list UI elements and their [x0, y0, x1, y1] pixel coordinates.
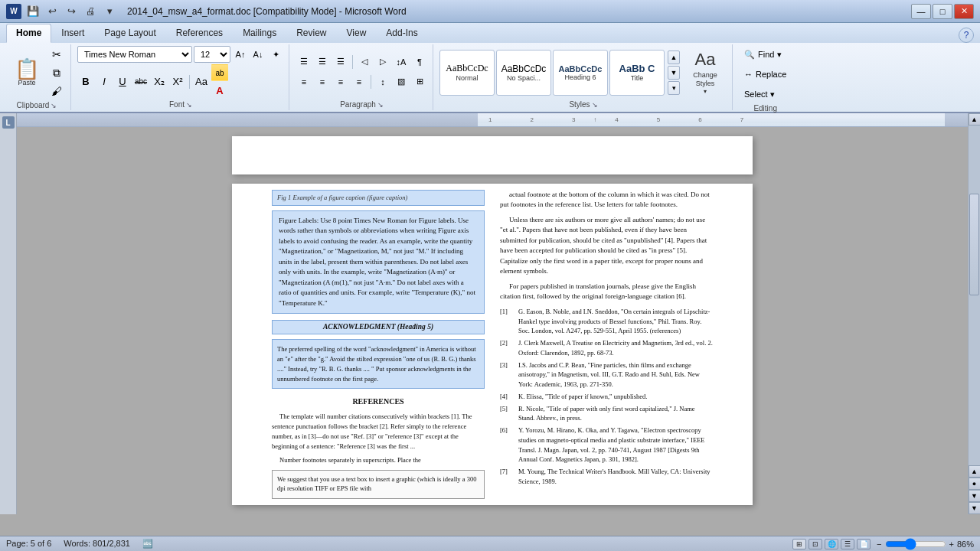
increase-indent-button[interactable]: ▷: [374, 54, 391, 70]
ribbon-tab-bar: Home Insert Page Layout References Maili…: [0, 23, 980, 43]
font-name-select[interactable]: Times New Roman: [77, 46, 192, 63]
line-spacing-button[interactable]: ↕: [374, 73, 391, 90]
document-scroll-area[interactable]: 1 2 3 ↑ 4 5 6 7: [17, 113, 968, 514]
decrease-font-size-button[interactable]: A↓: [250, 46, 266, 63]
change-styles-button[interactable]: Aa ChangeStyles ▾: [683, 50, 727, 96]
scroll-down-button[interactable]: ▼: [969, 502, 981, 514]
zoom-slider[interactable]: [885, 540, 946, 548]
style-heading6-name: Heading 6: [564, 73, 596, 81]
change-case-button[interactable]: Aa: [193, 73, 210, 90]
ref-num-4: [4]: [500, 392, 515, 402]
full-screen-view-btn[interactable]: ⊡: [808, 539, 822, 549]
justify-button[interactable]: ≡: [351, 73, 368, 90]
tab-insert[interactable]: Insert: [51, 24, 94, 43]
borders-button[interactable]: ⊞: [411, 73, 428, 90]
style-no-spacing[interactable]: AaBbCcDc No Spaci...: [496, 50, 551, 96]
replace-button[interactable]: ↔ Replace: [739, 66, 792, 83]
textbox-text: We suggest that you use a text box to in…: [277, 475, 476, 492]
tab-view[interactable]: View: [337, 24, 377, 43]
bold-button[interactable]: B: [77, 73, 94, 90]
help-button[interactable]: ?: [959, 28, 974, 43]
format-painter-button[interactable]: 🖌: [47, 83, 66, 99]
find-button[interactable]: 🔍 Find ▾: [739, 46, 787, 63]
print-quick-btn[interactable]: 🖨: [82, 4, 99, 19]
tab-page-layout[interactable]: Page Layout: [94, 24, 165, 43]
ref-item-1: [1] G. Eason, B. Noble, and I.N. Sneddon…: [500, 307, 713, 336]
ruler: 1 2 3 ↑ 4 5 6 7: [17, 113, 968, 127]
clipboard-label: Clipboard: [17, 101, 50, 109]
highlight-button[interactable]: ab: [211, 64, 228, 81]
customize-quick-btn[interactable]: ▾: [101, 4, 118, 19]
decrease-indent-button[interactable]: ◁: [356, 54, 373, 70]
superscript-button[interactable]: X²: [169, 73, 186, 90]
clear-format-button[interactable]: ✦: [267, 46, 284, 63]
align-left-button[interactable]: ≡: [296, 73, 312, 90]
scroll-track[interactable]: [969, 126, 980, 465]
close-button[interactable]: ✕: [954, 4, 974, 19]
minimize-button[interactable]: —: [911, 4, 931, 19]
references-para2: Number footnotes separately in superscri…: [272, 455, 485, 465]
multilevel-button[interactable]: ☰: [332, 54, 349, 70]
scroll-up-button[interactable]: ▲: [969, 113, 981, 126]
paste-button[interactable]: 📋 Paste: [8, 53, 46, 93]
underline-button[interactable]: U: [114, 73, 131, 90]
styles-scroll-down[interactable]: ▼: [668, 66, 680, 80]
styles-scroll-more[interactable]: ▾: [668, 81, 680, 95]
align-center-button[interactable]: ≡: [314, 73, 331, 90]
right-para2: Unless there are six authors or more giv…: [500, 215, 713, 277]
style-title[interactable]: AaBb C Title: [609, 50, 665, 96]
font-expand[interactable]: ↘: [186, 101, 192, 109]
shading-button[interactable]: ▧: [393, 73, 410, 90]
scroll-next-page-button[interactable]: ▼: [969, 490, 981, 502]
ribbon: 📋 Paste ✂ ⧉ 🖌 Clipboard ↘: [0, 43, 980, 113]
tab-references[interactable]: References: [166, 24, 233, 43]
clipboard-expand[interactable]: ↘: [51, 102, 57, 109]
ref-item-3: [3] I.S. Jacobs and C.P. Bean, "Fine par…: [500, 360, 713, 390]
italic-button[interactable]: I: [96, 73, 113, 90]
tab-review[interactable]: Review: [286, 24, 336, 43]
main-page[interactable]: Fig 1 Example of a figure caption (figur…: [232, 184, 753, 505]
select-button[interactable]: Select ▾: [739, 86, 780, 103]
redo-quick-btn[interactable]: ↪: [63, 4, 80, 19]
copy-button[interactable]: ⧉: [47, 64, 66, 81]
maximize-button[interactable]: □: [933, 4, 952, 19]
separator: [189, 75, 190, 89]
tab-add-ins[interactable]: Add-Ins: [376, 24, 427, 43]
tab-home[interactable]: Home: [6, 24, 51, 43]
zoom-plus-btn[interactable]: +: [949, 540, 954, 549]
font-size-select[interactable]: 12: [194, 46, 230, 63]
references-para1: The template will number citations conse…: [272, 412, 485, 451]
save-quick-btn[interactable]: 💾: [24, 4, 41, 19]
scroll-thumb[interactable]: [969, 194, 979, 295]
vertical-scrollbar[interactable]: ▲ ▲ ● ▼ ▼: [968, 113, 980, 514]
reference-list: [1] G. Eason, B. Noble, and I.N. Sneddon…: [500, 307, 713, 487]
sidebar-marker: L: [2, 116, 15, 129]
font-color-button[interactable]: A: [211, 82, 228, 99]
align-right-button[interactable]: ≡: [332, 73, 349, 90]
style-normal[interactable]: AaBbCcDc Normal: [439, 50, 495, 96]
show-hide-button[interactable]: ¶: [411, 54, 428, 70]
outline-view-btn[interactable]: ☰: [841, 539, 854, 549]
styles-expand[interactable]: ↘: [592, 101, 598, 109]
subscript-button[interactable]: X₂: [151, 73, 168, 90]
zoom-minus-btn[interactable]: −: [877, 540, 881, 549]
language-status: 🔤: [142, 539, 153, 549]
sort-button[interactable]: ↕A: [393, 54, 410, 70]
cut-button[interactable]: ✂: [47, 46, 66, 63]
web-layout-view-btn[interactable]: 🌐: [825, 539, 838, 549]
styles-scroll-up[interactable]: ▲: [668, 51, 680, 64]
increase-font-size-button[interactable]: A↑: [232, 46, 249, 63]
tab-mailings[interactable]: Mailings: [233, 24, 286, 43]
numbering-button[interactable]: ☰: [314, 54, 331, 70]
scroll-select-button[interactable]: ●: [969, 478, 981, 490]
undo-quick-btn[interactable]: ↩: [44, 4, 60, 19]
draft-view-btn[interactable]: 📄: [857, 539, 871, 549]
strikethrough-button[interactable]: abc: [132, 73, 149, 90]
paragraph-expand[interactable]: ↘: [377, 101, 384, 109]
scroll-prev-page-button[interactable]: ▲: [969, 465, 981, 478]
print-layout-view-btn[interactable]: ⊞: [792, 539, 806, 549]
style-heading6-preview: AaBbCcDc: [559, 64, 603, 73]
bullets-button[interactable]: ☰: [296, 54, 312, 70]
style-heading6[interactable]: AaBbCcDc Heading 6: [553, 50, 608, 96]
change-styles-icon: Aa: [695, 50, 716, 70]
